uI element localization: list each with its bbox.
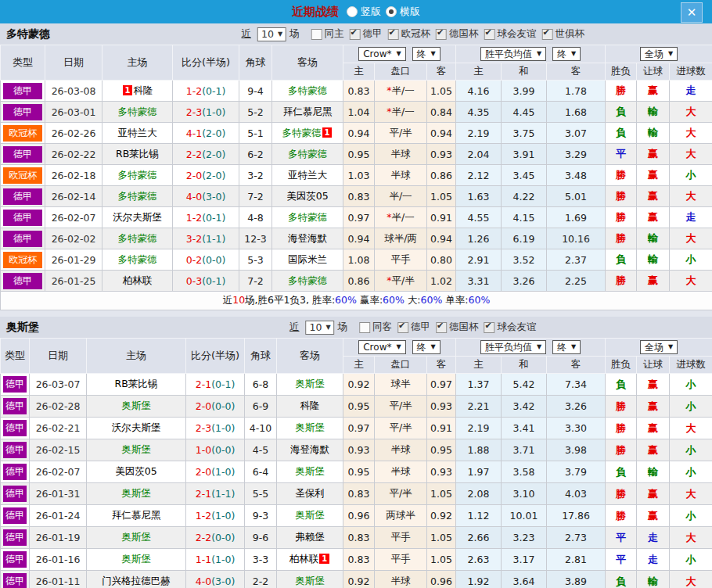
team-label: 柏林联	[123, 274, 153, 286]
result-winlose-cell: 勝	[606, 505, 637, 527]
avg-draw-cell: 3.52	[502, 249, 547, 271]
match-date-cell: 26-01-19	[30, 527, 87, 549]
odds-home-cell: 0.96	[343, 505, 375, 527]
home-team-cell: 沃尔夫斯堡	[87, 418, 186, 439]
score-cell: 4-0(3-0)	[186, 571, 245, 588]
odds-away-cell: 0.92	[427, 505, 456, 527]
half-score: (0-1)	[202, 275, 225, 287]
home-team-cell: 门兴格拉德巴赫	[87, 571, 186, 588]
radio-vertical-layout[interactable]: 竖版	[347, 5, 381, 19]
wdl-time-select[interactable]: 终	[552, 47, 581, 61]
result-goals-cell: 小	[670, 374, 712, 396]
away-team-cell: 多特蒙德	[272, 81, 343, 102]
result-handicap-cell: 走	[637, 549, 670, 571]
filter-checkbox[interactable]	[436, 29, 447, 40]
odds-company-select[interactable]: Crow*	[358, 340, 405, 354]
league-badge: 德甲	[3, 273, 42, 289]
filter-checkbox[interactable]	[542, 29, 553, 40]
near-matches-link[interactable]: 近	[289, 321, 300, 334]
table-header: 类型 日期 主场 比分(半场) 角球 客场 Crow* 终 胜平负均值 终 全场	[1, 45, 712, 81]
home-team-cell: 多特蒙德	[102, 249, 173, 271]
wdl-average-select[interactable]: 胜平负均值	[480, 47, 546, 61]
odds-away-cell: 1.05	[427, 549, 456, 571]
league-badge: 德甲	[3, 83, 42, 99]
filter-checkbox[interactable]	[436, 322, 447, 333]
match-row: 德甲26-02-07沃尔夫斯堡1-2(0-1)4-8多特蒙德0.97*半/一0.…	[1, 207, 712, 228]
team-label: 柏林联	[289, 553, 319, 565]
avg-away-cell: 3.26	[547, 396, 606, 418]
team-label: 奥斯堡	[121, 531, 151, 543]
odds-company-select[interactable]: Crow*	[358, 47, 405, 61]
result-handicap-cell: 赢	[637, 144, 670, 165]
filter-checkbox[interactable]	[388, 29, 399, 40]
result-winlose-cell: 勝	[606, 396, 637, 418]
odds-home-cell: 0.92	[343, 374, 375, 396]
team-label: 海登海默	[288, 232, 327, 244]
odds-away-cell: 0.80	[427, 249, 456, 271]
col-goals: 进球数	[670, 357, 712, 374]
near-matches-link[interactable]: 近	[242, 27, 252, 41]
half-score: (0-1)	[211, 378, 235, 390]
radio-horizontal-layout[interactable]: 横版	[386, 5, 420, 19]
result-goals-cell: 小	[670, 396, 712, 418]
league-badge: 德甲	[3, 188, 42, 205]
away-team-cell: 多特蒙德	[272, 144, 343, 165]
league-badge: 德甲	[3, 376, 27, 393]
result-winlose-cell: 勝	[606, 228, 637, 249]
avg-home-cell: 1.37	[456, 374, 502, 396]
full-score: 2-3	[186, 106, 202, 118]
half-score: (0-0)	[211, 532, 235, 543]
radio-checked-icon[interactable]	[386, 6, 397, 17]
wdl-time-select[interactable]: 终	[552, 340, 581, 354]
col-home: 主场	[87, 339, 186, 374]
avg-draw-cell: 3.99	[502, 81, 547, 102]
filter-checkbox[interactable]	[484, 322, 495, 333]
odds-time-select[interactable]: 终	[412, 340, 441, 354]
match-date-cell: 26-02-07	[45, 207, 102, 228]
match-row: 德甲26-03-07RB莱比锡2-1(0-1)6-8奥斯堡0.92球半0.971…	[1, 374, 712, 396]
match-date-cell: 26-02-02	[45, 228, 102, 249]
filter-checkbox-label: 德国杯	[449, 27, 479, 41]
table-header: 类型 日期 主场 比分(半场) 角球 客场 Crow* 终 胜平负均值 终 全场	[1, 339, 712, 374]
handicap-cell: 球半/两	[375, 228, 427, 249]
match-row: 德甲26-03-01多特蒙德2-3(1-0)5-2拜仁慕尼黑1.04*半/一0.…	[1, 102, 712, 123]
avg-away-cell: 2.25	[547, 271, 606, 292]
avg-home-cell: 1.12	[456, 505, 502, 527]
team-name: 多特蒙德	[6, 27, 50, 41]
filter-checkbox[interactable]	[311, 29, 322, 40]
away-team-cell: 奥斯堡	[277, 461, 343, 483]
avg-away-cell: 4.03	[547, 483, 606, 505]
scope-select[interactable]: 全场	[640, 340, 678, 354]
filter-checkbox[interactable]	[397, 322, 408, 333]
avg-draw-cell: 3.10	[502, 483, 547, 505]
handicap-cell: *半/一	[375, 102, 427, 123]
filter-checkbox[interactable]	[484, 29, 495, 40]
handicap-cell: 平/半	[375, 396, 427, 418]
close-button[interactable]: ✕	[681, 2, 703, 23]
team-label: 奥斯堡	[295, 509, 325, 521]
col-goals: 进球数	[670, 63, 712, 81]
avg-home-cell: 2.08	[456, 483, 502, 505]
wdl-average-select[interactable]: 胜平负均值	[480, 340, 546, 354]
team-label: 奥斯堡	[295, 378, 325, 389]
league-badge: 德甲	[3, 507, 27, 524]
half-score: (1-0)	[211, 422, 235, 434]
score-cell: 2-3(1-0)	[186, 418, 245, 439]
league-badge: 德甲	[3, 529, 27, 546]
filter-checkbox[interactable]	[359, 322, 370, 333]
team-label: 奥斯堡	[121, 400, 151, 411]
match-count-select[interactable]: 10	[306, 321, 335, 335]
avg-home-cell: 2.91	[456, 249, 502, 271]
match-count-select[interactable]: 10	[257, 27, 286, 41]
radio-unchecked-icon[interactable]	[347, 6, 358, 17]
handicap-cell: *平/半	[375, 271, 427, 292]
result-goals-cell: 小	[670, 461, 712, 483]
scope-select[interactable]: 全场	[640, 47, 678, 61]
full-score: 2-2	[196, 532, 211, 543]
odds-time-select[interactable]: 终	[412, 47, 441, 61]
result-goals-cell: 走	[670, 81, 712, 102]
avg-draw-cell: 3.41	[502, 418, 547, 439]
filter-checkbox[interactable]	[350, 29, 361, 40]
league-badge: 德甲	[3, 104, 42, 120]
league-badge: 德甲	[3, 231, 42, 247]
